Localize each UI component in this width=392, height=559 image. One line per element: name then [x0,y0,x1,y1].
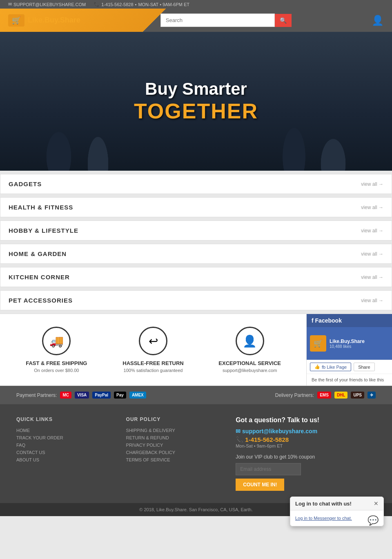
policy-link-item[interactable]: TERMS OF SERVICE [126,457,220,462]
vip-email-input[interactable] [236,463,301,475]
delivery-partners-label: Delivery Partners: [275,392,314,398]
business-hours: MON-SAT • 9AM-6PM ET [138,2,189,7]
amex-badge: AMEX [129,392,146,399]
logo-text: Like.Buy.Share [28,16,80,24]
facebook-actions: 👍 fb Like Page Share [307,360,392,374]
facebook-icon: f [312,317,315,324]
footer-quick-links-col: QUICK LINKS HOMETRACK YOUR ORDERFAQCONTA… [16,416,110,491]
quick-link-item[interactable]: HOME [16,428,110,433]
messenger-login-link[interactable]: Log in to Messenger to chat. [295,516,352,516]
search-input[interactable] [160,13,275,27]
quick-link-item[interactable]: TRACK YOUR ORDER [16,435,110,440]
contact-email-text: support@likebuyshare.com [242,428,317,434]
view-all-link[interactable]: view all → [361,251,383,257]
facebook-widget: f Facebook 🛒 Like.Buy.Share 10,488 likes… [306,314,392,385]
view-all-link[interactable]: view all → [361,298,383,303]
category-title: GADGETS [9,180,42,187]
count-btn-label: COUNT ME IN! [243,482,277,488]
category-section: HOBBY & LIFESTYLE view all → [0,220,392,241]
footer-contact-col: Got a question? Talk to us! ✉ support@li… [236,416,376,491]
delivery-partners: Delivery Partners: EMS DHL UPS ✈ [275,392,376,399]
phone-number: 1-415-562-5828 [101,2,133,7]
view-all-link[interactable]: view all → [361,228,383,234]
chat-widget: Log in to chat with us! ✕ Log in to Mess… [290,497,384,516]
top-bar: ✉ SUPPORT@LIKEBUYSHARE.COM 📞 1-415-562-5… [0,0,392,9]
like-button-label: fb Like Page [322,365,347,370]
partners-bar: Payment Partners: MC VISA PayPal Pay AME… [0,386,392,404]
payment-partners-label: Payment Partners: [16,392,57,398]
category-section: PET ACCESSORIES view all → [0,290,392,310]
policy-link-item[interactable]: RETURN & REFUND [126,435,220,440]
quick-links-container: HOMETRACK YOUR ORDERFAQCONTACT USABOUT U… [16,428,110,462]
chat-close-button[interactable]: ✕ [374,500,379,507]
facebook-page-preview: 🛒 Like.Buy.Share 10,488 likes [307,327,392,360]
benefit-item: 👤 EXCEPTIONAL SERVICE support@likebuysha… [201,327,298,373]
category-section: HOME & GARDEN view all → [0,244,392,264]
logo-area[interactable]: 🛒 Like.Buy.Share [8,14,80,27]
user-account-icon[interactable]: 👤 [372,15,384,26]
hero-content: Buy Smarter TOGETHER [134,79,258,123]
copyright-text: © 2018, Like.Buy.Share. San Francisco, C… [139,507,253,512]
vip-text: Join our VIP club to get 10% coupon [236,454,376,460]
benefit-title: FAST & FREE SHIPPING [8,360,105,366]
hero-line2: TOGETHER [134,99,258,123]
footer-contact-phone: 📞 1-415-562-5828 [236,436,376,443]
payment-partners: Payment Partners: MC VISA PayPal Pay AME… [16,392,146,399]
benefit-icon: ↩ [139,327,167,355]
dhl-badge: DHL [334,392,348,399]
search-area: 🔍 [160,13,292,27]
benefit-icon: 👤 [236,327,264,355]
phone-icon-footer: 📞 [236,436,245,443]
applepay-badge: Pay [114,392,126,399]
policy-link-item[interactable]: SHIPPING & DELIVERY [126,428,220,433]
count-me-in-button[interactable]: COUNT ME IN! [236,479,284,491]
quick-link-item[interactable]: CONTACT US [16,450,110,455]
benefit-title: HASSLE-FREE RETURN [105,360,202,366]
chat-header: Log in to chat with us! ✕ [290,497,383,510]
view-all-link[interactable]: view all → [361,181,383,187]
search-button[interactable]: 🔍 [275,14,292,27]
footer-contact-email: ✉ support@likebuyshare.com [236,428,376,434]
messenger-icon: 💬 [368,515,379,516]
facebook-page-likes: 10,488 likes [330,344,365,349]
email-icon-footer: ✉ [236,428,242,434]
footer-policy-col: OUR POLICY SHIPPING & DELIVERYRETURN & R… [126,416,220,491]
hero-line1: Buy Smarter [134,79,258,99]
chat-title: Log in to chat with us! [295,501,352,507]
benefit-item: ↩ HASSLE-FREE RETURN 100% satisfaction g… [105,327,202,373]
facebook-page-info: Like.Buy.Share 10,488 likes [330,339,365,349]
benefit-title: EXCEPTIONAL SERVICE [201,360,298,366]
main-content: GADGETS view all → HEALTH & FITNESS view… [0,174,392,516]
policy-links-container: SHIPPING & DELIVERYRETURN & REFUNDPRIVAC… [126,428,220,462]
category-title: HEALTH & FITNESS [9,204,73,211]
quick-links-title: QUICK LINKS [16,416,110,422]
category-section: HEALTH & FITNESS view all → [0,197,392,217]
thumbs-up-icon: 👍 [314,364,320,370]
facebook-page-avatar: 🛒 [310,335,326,352]
quick-link-item[interactable]: ABOUT US [16,457,110,462]
benefits-area: 🚚 FAST & FREE SHIPPING On orders over $8… [0,314,306,385]
site-header: 🛒 Like.Buy.Share 🔍 👤 [0,9,392,32]
phone-contact: 📞 1-415-562-5828 • MON-SAT • 9AM-6PM ET [94,2,189,7]
policy-title: OUR POLICY [126,416,220,422]
facebook-share-button[interactable]: Share [354,363,374,371]
benefit-icon: 🚚 [42,327,71,355]
footer-links: QUICK LINKS HOMETRACK YOUR ORDERFAQCONTA… [0,404,392,503]
ups-badge: UPS [351,392,364,399]
usps-badge: ✈ [368,392,376,399]
policy-link-item[interactable]: PRIVACY POLICY [126,443,220,448]
category-title: HOME & GARDEN [9,250,67,257]
benefits-facebook-row: 🚚 FAST & FREE SHIPPING On orders over $8… [0,314,392,386]
view-all-link[interactable]: view all → [361,205,383,210]
facebook-title: Facebook [315,317,342,324]
benefit-desc: support@likebuyshare.com [201,368,298,373]
facebook-like-button[interactable]: 👍 fb Like Page [310,363,351,371]
contact-title: Got a question? Talk to us! [236,416,376,424]
chat-body: Log in to Messenger to chat. 💬 [290,510,383,516]
quick-link-item[interactable]: FAQ [16,443,110,448]
category-title: HOBBY & LIFESTYLE [9,227,78,234]
policy-link-item[interactable]: CHARGEBACK POLICY [126,450,220,455]
category-section: KITCHEN CORNER view all → [0,267,392,287]
footer-hours: Mon-Sat • 9am-6pm ET [236,443,376,448]
view-all-link[interactable]: view all → [361,274,383,280]
